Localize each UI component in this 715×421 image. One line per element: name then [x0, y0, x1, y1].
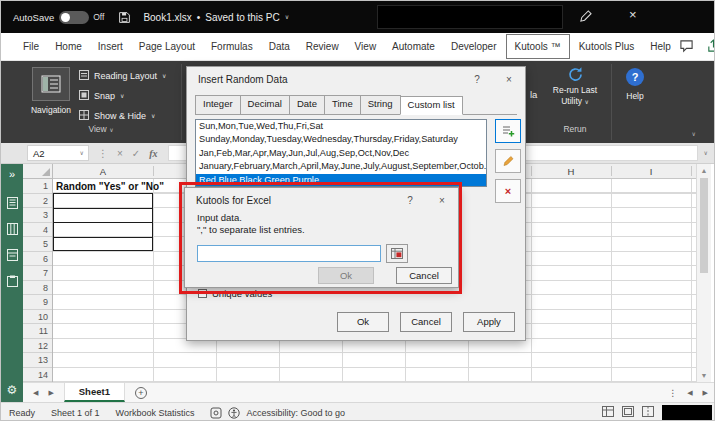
- tab-custom-list[interactable]: Custom list: [400, 96, 463, 115]
- input-data-field[interactable]: [197, 245, 381, 262]
- custom-list-box[interactable]: Sun,Mon,Tue,Wed,Thu,Fri,Sat Sunday,Monda…: [195, 119, 487, 187]
- column-list-icon[interactable]: [7, 223, 18, 235]
- dialog-help-icon[interactable]: ?: [394, 195, 426, 206]
- splitter-icon[interactable]: ⋮: [668, 388, 677, 398]
- search-bar-redacted[interactable]: [377, 5, 563, 29]
- row-header[interactable]: 9: [23, 295, 52, 310]
- page-layout-view-icon[interactable]: [622, 406, 634, 419]
- rerun-last-utility-button[interactable]: Re-run Last Utility ∨: [543, 66, 607, 107]
- apply-button[interactable]: Apply: [463, 312, 515, 332]
- column-header-a[interactable]: A: [53, 164, 153, 179]
- tab-time[interactable]: Time: [324, 95, 361, 114]
- dialog-close-icon[interactable]: ×: [426, 195, 458, 206]
- ribbon-tab-review[interactable]: Review: [298, 33, 347, 60]
- ok-button[interactable]: Ok: [337, 312, 389, 332]
- unique-values-checkbox[interactable]: [198, 289, 207, 298]
- tab-integer[interactable]: Integer: [195, 95, 241, 114]
- delete-list-button[interactable]: ×: [495, 179, 521, 203]
- pen-icon[interactable]: [579, 10, 592, 25]
- insert-function-icon[interactable]: fx: [149, 148, 157, 159]
- ribbon-tab-help[interactable]: Help: [642, 33, 679, 60]
- add-list-button[interactable]: [495, 119, 521, 143]
- list-item[interactable]: January,February,March,April,May,June,Ju…: [196, 160, 486, 173]
- share-icon[interactable]: [706, 39, 715, 55]
- select-all-button[interactable]: [23, 164, 53, 179]
- scroll-left-icon[interactable]: ◀: [687, 389, 692, 397]
- name-box[interactable]: A2 ∨: [27, 145, 89, 161]
- next-sheet-icon[interactable]: ▶: [48, 389, 53, 397]
- previous-sheet-icon[interactable]: ◀: [33, 389, 38, 397]
- cancel-button[interactable]: Cancel: [400, 312, 452, 332]
- list-item-selected[interactable]: Red,Blue,Black,Green,Purple: [196, 174, 486, 187]
- row-header[interactable]: 7: [23, 266, 52, 281]
- name-manager-icon[interactable]: [7, 249, 18, 261]
- row-header[interactable]: 13: [23, 353, 52, 368]
- normal-view-icon[interactable]: [602, 406, 614, 419]
- ok-button[interactable]: Ok: [318, 267, 374, 284]
- ribbon-tab-page-layout[interactable]: Page Layout: [131, 33, 203, 60]
- row-header[interactable]: 12: [23, 339, 52, 354]
- ribbon-tab-kutools-plus[interactable]: Kutools Plus: [571, 33, 643, 60]
- dialog-title-bar[interactable]: Insert Random Data ? ×: [187, 67, 525, 91]
- ribbon-tab-formulas[interactable]: Formulas: [203, 33, 261, 60]
- autosave-toggle[interactable]: AutoSave Off: [13, 11, 104, 24]
- list-item[interactable]: Jan,Feb,Mar,Apr,May,Jun,Jul,Aug,Sep,Oct,…: [196, 147, 486, 160]
- ribbon-tab-view[interactable]: View: [347, 33, 385, 60]
- row-header[interactable]: 2: [23, 194, 52, 209]
- ribbon-tab-home[interactable]: Home: [47, 33, 90, 60]
- list-item[interactable]: Sunday,Monday,Tuesday,Wednesday,Thursday…: [196, 133, 486, 146]
- save-icon[interactable]: [118, 11, 131, 24]
- accessibility-status[interactable]: Accessibility: Good to go: [246, 408, 345, 418]
- close-window-icon[interactable]: ×: [629, 7, 637, 22]
- column-header-h[interactable]: H: [531, 164, 611, 179]
- dialog-close-icon[interactable]: ×: [493, 74, 525, 85]
- gear-icon[interactable]: ⚙: [7, 383, 18, 397]
- cancel-entry-icon[interactable]: ×: [117, 148, 123, 159]
- range-selector-button[interactable]: [386, 244, 408, 263]
- scrollbar-thumb[interactable]: [700, 178, 708, 273]
- tab-string[interactable]: String: [360, 95, 401, 114]
- show-hide-button[interactable]: Show & Hide ∨: [79, 106, 166, 126]
- unique-values-option[interactable]: Unique values: [198, 288, 272, 299]
- comments-icon[interactable]: [679, 39, 694, 55]
- ribbon-tab-insert[interactable]: Insert: [90, 33, 131, 60]
- scroll-right-icon[interactable]: ▶: [703, 389, 708, 397]
- row-header[interactable]: 11: [23, 324, 52, 339]
- workbook-list-icon[interactable]: [7, 197, 18, 209]
- column-header-i[interactable]: I: [611, 164, 691, 179]
- sheet-tab-sheet1[interactable]: Sheet1: [64, 383, 125, 402]
- view-group-label[interactable]: View ∨: [41, 124, 161, 134]
- row-header[interactable]: 3: [23, 208, 52, 223]
- cancel-button[interactable]: Cancel: [396, 267, 452, 284]
- reading-layout-button[interactable]: Reading Layout ∨: [79, 66, 166, 86]
- cell-a1-value[interactable]: Random "Yes" or "No": [56, 180, 196, 193]
- vertical-scrollbar[interactable]: ▲ ▼: [696, 164, 711, 382]
- enter-entry-icon[interactable]: ✓: [132, 148, 140, 159]
- help-button[interactable]: ? Help: [614, 68, 656, 101]
- ribbon-tab-developer[interactable]: Developer: [443, 33, 505, 60]
- display-settings-icon[interactable]: [210, 407, 222, 419]
- row-header[interactable]: 4: [23, 223, 52, 238]
- document-title[interactable]: Book1.xlsx • Saved to this PC ∨: [143, 12, 289, 23]
- workbook-statistics-button[interactable]: Workbook Statistics: [116, 408, 195, 418]
- collapse-ribbon-icon[interactable]: ∨: [692, 131, 696, 137]
- ribbon-tab-kutools[interactable]: Kutools ™: [506, 34, 570, 59]
- autosave-switch[interactable]: [59, 11, 89, 24]
- dialog-title-bar[interactable]: Kutools for Excel ? ×: [185, 188, 458, 212]
- accessibility-icon[interactable]: [228, 407, 240, 419]
- new-sheet-button[interactable]: +: [135, 387, 147, 399]
- list-item[interactable]: Sun,Mon,Tue,Wed,Thu,Fri,Sat: [196, 120, 486, 133]
- ribbon-tab-data[interactable]: Data: [261, 33, 298, 60]
- dialog-help-icon[interactable]: ?: [461, 74, 493, 85]
- bordered-range-a2-a5[interactable]: [53, 193, 153, 251]
- ribbon-tab-automate[interactable]: Automate: [384, 33, 443, 60]
- page-break-view-icon[interactable]: [642, 406, 654, 419]
- scroll-up-icon[interactable]: ▲: [697, 167, 711, 174]
- row-header[interactable]: 1: [23, 179, 52, 194]
- drag-handle-icon[interactable]: ⋮: [98, 148, 108, 159]
- edit-list-button[interactable]: [495, 149, 521, 173]
- row-header[interactable]: 6: [23, 252, 52, 267]
- expand-formula-bar-icon[interactable]: ∨: [704, 150, 708, 156]
- snap-button[interactable]: Snap ∨: [79, 86, 166, 106]
- row-header[interactable]: 5: [23, 237, 52, 252]
